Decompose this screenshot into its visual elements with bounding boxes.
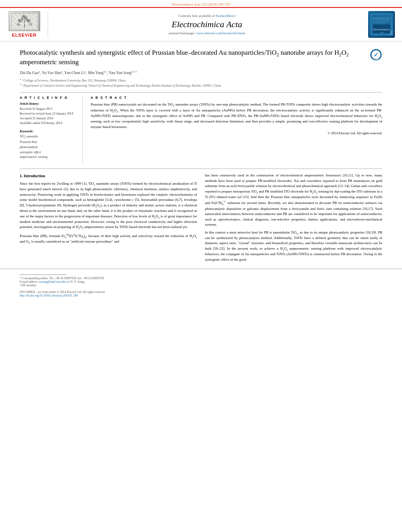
journal-citation: Electrochimica Acta 125 (2014) 530–535 (0, 0, 402, 7)
info-abstract-section: A R T I C L E I N F O Article history: R… (20, 92, 382, 164)
received-date: Received 16 August 2013 (20, 107, 78, 111)
journal-header: ELSEVIER Contents lists available at Sci… (0, 7, 402, 41)
svg-text:Acta: Acta (380, 32, 383, 33)
article-title-section: Photocatalytic synthesis and synergistic… (20, 45, 382, 67)
citation-text: Electrochimica Acta 125 (2014) 530–535 (172, 2, 231, 6)
svg-text:Electrochimica: Electrochimica (373, 28, 390, 31)
svg-point-4 (18, 19, 23, 22)
elsevier-logo-section: ELSEVIER (5, 11, 48, 38)
crossmark-badge: ✓ CrossMark (370, 48, 382, 62)
contents-available: Contents lists available at ScienceDirec… (179, 14, 236, 18)
section1-title: 1. Introduction (20, 173, 197, 179)
svg-point-5 (26, 19, 31, 22)
body-column-right: has been extensively used in the constru… (205, 173, 382, 265)
electrochimica-logo: Electrochimica Acta (368, 11, 395, 38)
footnote-divider (20, 274, 67, 275)
sciencedirect-link[interactable]: ScienceDirect (216, 14, 235, 18)
body-section: 1. Introduction Since the first reports … (20, 169, 382, 265)
email-link[interactable]: yysong@mail.neu.edu.cn (39, 280, 69, 284)
footnote-email: E-mail address: yysong@mail.neu.edu.cn (… (20, 280, 382, 284)
body-column-left: 1. Introduction Since the first reports … (20, 173, 197, 265)
keywords-block: Keywords: TiO2 nanotube Prussian blue ph… (20, 130, 78, 160)
footer: * Corresponding author. Tel.: +86 24 836… (0, 269, 402, 300)
intro-para2: Prussian blue (PB), formula Fe4III[FeII(… (20, 233, 197, 245)
svg-text:CrossMark: CrossMark (372, 59, 380, 61)
revised-date: Received in revised form 22 January 2014 (20, 111, 78, 116)
abstract-copyright: © 2014 Elsevier Ltd. All rights reserved… (91, 131, 382, 135)
abstract-column: A B S T R A C T Prussian blue (PB) nanoc… (91, 96, 382, 164)
doi-anchor[interactable]: http://dx.doi.org/10.1016/j.electacta.20… (20, 294, 78, 297)
svg-text:✓: ✓ (374, 52, 378, 58)
intro-para1: Since the first reports by Zwilling in 1… (20, 181, 197, 230)
keywords-list: TiO2 nanotube Prussian blue photocatalys… (20, 134, 78, 160)
footnote-1: ¹ ISE member. (20, 284, 382, 287)
affiliation-a: a ᵃ College of Sciences, Northeastern Un… (20, 78, 382, 83)
intro-para3: has been extensively used in the constru… (205, 173, 382, 227)
available-date: Available online 8 February 2014 (20, 121, 78, 126)
abstract-header: A B S T R A C T (91, 96, 382, 100)
homepage-link[interactable]: www.elsevier.com/locate/electacta (196, 31, 245, 35)
svg-rect-0 (11, 13, 38, 30)
article-history: Article history: Received 16 August 2013… (20, 102, 78, 126)
article-content: Photocatalytic synthesis and synergistic… (0, 41, 402, 269)
abstract-text: Prussian blue (PB) nanocrystals are deco… (91, 102, 382, 130)
intro-para4: In this context a most attractive host f… (205, 230, 382, 262)
journal-title: Electrochimica Acta (172, 19, 242, 30)
affiliations: a ᵃ College of Sciences, Northeastern Un… (20, 78, 382, 88)
article-info-header: A R T I C L E I N F O (20, 96, 78, 100)
journal-logo-right: Electrochimica Acta (366, 11, 397, 38)
authors-line: Zhi-Da Gaoa, Yu-Yao Hana, Yan-Chun Lia, … (20, 70, 382, 75)
license-text: 0013-4686/$ – see front matter © 2014 El… (20, 290, 382, 294)
affiliation-b: b ᵇ Department of Catalysis Science and … (20, 83, 382, 88)
journal-center-info: Contents lists available at ScienceDirec… (52, 11, 362, 38)
svg-point-3 (21, 15, 28, 20)
homepage-line: journal homepage: www.elsevier.com/locat… (169, 31, 245, 35)
history-label: Article history: (20, 102, 78, 106)
elsevier-wordmark: ELSEVIER (12, 33, 36, 37)
article-info-column: A R T I C L E I N F O Article history: R… (20, 96, 83, 164)
page: Electrochimica Acta 125 (2014) 530–535 E… (0, 0, 402, 532)
article-title: Photocatalytic synthesis and synergistic… (20, 48, 366, 67)
svg-point-7 (28, 23, 32, 26)
doi-link: http://dx.doi.org/10.1016/j.electacta.20… (20, 294, 382, 297)
svg-rect-1 (11, 13, 37, 30)
svg-point-6 (17, 23, 20, 26)
accepted-date: Accepted 25 January 2014 (20, 116, 78, 121)
keywords-label: Keywords: (20, 130, 78, 133)
elsevier-logo-image (9, 11, 40, 31)
footnote-star: * Corresponding author. Tel.: +86 24 836… (20, 276, 382, 280)
